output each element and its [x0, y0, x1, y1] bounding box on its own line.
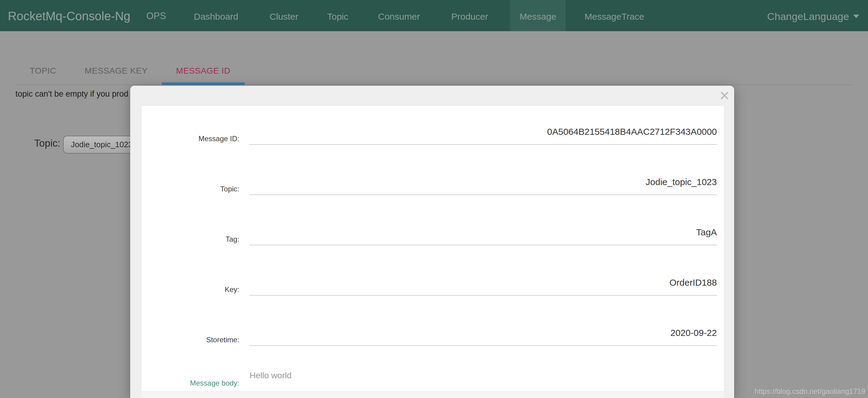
field-value-topic: Jodie_topic_1023: [250, 175, 717, 189]
field-underline: [250, 245, 717, 245]
close-icon[interactable]: ×: [716, 87, 733, 104]
caret-down-icon: [853, 14, 859, 18]
field-value-message-body: Hello world: [250, 369, 292, 382]
tab-message-id-label: MESSAGE ID: [176, 66, 230, 75]
field-label-tag: Tag:: [154, 234, 239, 245]
field-underline: [250, 144, 717, 145]
field-underline: [250, 295, 717, 296]
nav-item-cluster[interactable]: Cluster: [270, 0, 298, 31]
field-label-key: Key:: [154, 284, 239, 295]
nav-item-messagetrace[interactable]: MessageTrace: [585, 0, 644, 31]
message-detail-dialog: × Message ID: 0A5064B2155418B4AAC2712F34…: [130, 86, 734, 398]
nav-item-topic[interactable]: Topic: [327, 0, 348, 31]
nav-item-message[interactable]: Message: [519, 0, 556, 31]
navbar: RocketMq-Console-Ng OPS Dashboard Cluste…: [0, 0, 868, 31]
tab-topic[interactable]: TOPIC: [16, 56, 70, 85]
field-value-storetime: 2020-09-22: [250, 326, 717, 340]
field-label-message-body: Message body:: [154, 378, 239, 389]
field-underline: [250, 345, 717, 346]
field-value-message-id: 0A5064B2155418B4AAC2712F343A0000: [250, 125, 717, 139]
field-label-message-id: Message ID:: [154, 133, 239, 144]
empty-topic-hint: topic can't be empty if you prod: [16, 88, 128, 99]
screen: RocketMq-Console-Ng OPS Dashboard Cluste…: [0, 0, 868, 398]
nav-item-message-active[interactable]: Message: [510, 0, 566, 31]
change-language-menu[interactable]: ChangeLanguage: [767, 0, 859, 31]
field-label-topic: Topic:: [154, 184, 239, 194]
brand[interactable]: RocketMq-Console-Ng: [8, 0, 130, 31]
message-detail-panel: [142, 106, 724, 398]
field-underline: [250, 194, 717, 195]
nav-item-ops[interactable]: OPS: [146, 0, 166, 31]
change-language-label: ChangeLanguage: [767, 10, 849, 22]
nav-item-consumer[interactable]: Consumer: [378, 0, 420, 31]
field-value-key: OrderID188: [250, 276, 717, 289]
active-tab-indicator: [162, 82, 244, 85]
field-value-tag: TagA: [250, 225, 717, 239]
nav-item-producer[interactable]: Producer: [451, 0, 488, 31]
nav-item-dashboard[interactable]: Dashboard: [194, 0, 238, 31]
search-mode-tabs: TOPIC MESSAGE KEY MESSAGE ID: [16, 56, 852, 85]
tab-message-key[interactable]: MESSAGE KEY: [70, 56, 162, 85]
topic-label: Topic:: [34, 137, 60, 150]
message-body-box: [142, 391, 724, 398]
tab-message-id[interactable]: MESSAGE ID: [162, 56, 244, 85]
watermark: https://blog.csdn.net/gaoliang1719: [754, 387, 865, 396]
field-label-storetime: Storetime:: [154, 334, 239, 345]
